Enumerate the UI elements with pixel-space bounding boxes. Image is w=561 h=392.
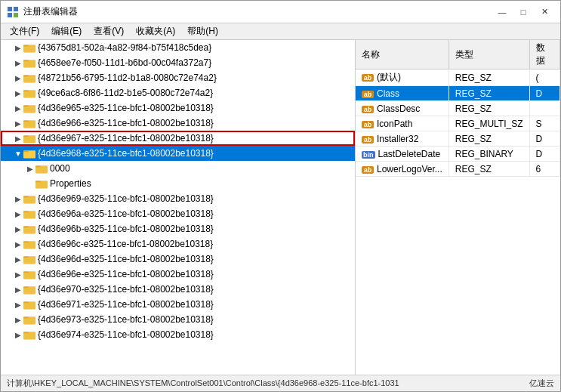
tree-expand-arrow[interactable]: ▶ <box>13 44 23 52</box>
registry-values-pane[interactable]: 名称 类型 数据 ab(默认)REG_SZ(abClassREG_SZDabCl… <box>356 40 560 375</box>
tree-expand-arrow[interactable]: ▶ <box>13 286 23 294</box>
tree-expand-arrow[interactable]: ▶ <box>13 301 23 309</box>
tree-expand-arrow[interactable]: ▶ <box>13 195 23 203</box>
svg-rect-24 <box>23 137 35 143</box>
tree-item[interactable]: ▶ {4d36e969-e325-11ce-bfc1-08002be10318} <box>1 191 355 206</box>
table-row[interactable]: binLastDeleteDateREG_BINARYD <box>356 147 560 162</box>
table-row[interactable]: abInstaller32REG_SZD <box>356 131 560 147</box>
tree-item[interactable]: ▶ 0000 <box>1 161 355 176</box>
tree-expand-arrow[interactable]: ▶ <box>13 331 23 339</box>
tree-item[interactable]: ▶ {4d36e96b-e325-11ce-bfc1-08002be10318} <box>1 221 355 236</box>
tree-item[interactable]: ▶ {4d36e971-e325-11ce-bfc1-08002be10318} <box>1 297 355 312</box>
reg-data-cell: D <box>529 131 559 147</box>
svg-rect-42 <box>23 227 35 233</box>
svg-rect-36 <box>23 197 35 203</box>
minimize-button[interactable]: — <box>492 5 512 20</box>
tree-item[interactable]: Properties <box>1 176 355 191</box>
svg-rect-57 <box>23 303 35 309</box>
col-type-header[interactable]: 类型 <box>448 40 529 69</box>
tree-item-label: {4d36e973-e325-11ce-bfc1-08002be10318} <box>38 314 214 325</box>
tree-item-label: {4d36e968-e325-11ce-bfc1-08002be10318} <box>38 148 214 159</box>
folder-icon <box>23 284 35 295</box>
tree-item[interactable]: ▶ {4d36e96c-e325-11ce-bfc1-08002be10318} <box>1 236 355 252</box>
tree-expand-arrow[interactable]: ▶ <box>13 119 23 128</box>
table-row[interactable]: abClassDescREG_SZ <box>356 101 560 116</box>
folder-icon <box>23 148 35 159</box>
menu-item-收藏夹(A)[interactable]: 收藏夹(A) <box>130 23 181 39</box>
svg-rect-21 <box>23 122 35 128</box>
svg-rect-0 <box>8 7 12 11</box>
reg-type-cell: REG_MULTI_SZ <box>448 116 529 131</box>
tree-item[interactable]: ▶ {43675d81-502a-4a82-9f84-b75f418c5dea} <box>1 40 355 55</box>
tree-item-label: {4d36e970-e325-11ce-bfc1-08002be10318} <box>38 284 214 295</box>
tree-item-label: {49ce6ac8-6f86-11d2-b1e5-0080c72e74a2} <box>38 88 213 98</box>
svg-rect-15 <box>23 91 35 97</box>
tree-item[interactable]: ▶ {4d36e965-e325-11ce-bfc1-08002be10318} <box>1 100 355 116</box>
close-button[interactable]: ✕ <box>535 5 554 20</box>
tree-item[interactable]: ▶ {4d36e96d-e325-11ce-bfc1-08002be10318} <box>1 252 355 267</box>
tree-item[interactable]: ▶ {4d36e96a-e325-11ce-bfc1-08002be10318} <box>1 206 355 221</box>
maximize-button[interactable]: □ <box>513 5 533 20</box>
svg-rect-3 <box>14 13 18 17</box>
tree-expand-arrow[interactable]: ▶ <box>13 316 23 324</box>
tree-item-label: 0000 <box>50 163 70 174</box>
folder-icon <box>23 57 35 68</box>
reg-name-cell: abInstaller32 <box>356 131 448 147</box>
svg-rect-6 <box>23 46 35 52</box>
tree-item-label: {4d36e965-e325-11ce-bfc1-08002be10318} <box>38 103 214 113</box>
folder-icon <box>23 269 35 279</box>
status-bar: 计算机\HKEY_LOCAL_MACHINE\SYSTEM\ControlSet… <box>1 375 560 391</box>
tree-item[interactable]: ▶ {48721b56-6795-11d2-b1a8-0080c72e74a2} <box>1 70 355 85</box>
registry-tree-pane[interactable]: ▶ {43675d81-502a-4a82-9f84-b75f418c5dea}… <box>1 40 356 375</box>
tree-item[interactable]: ▶ {4d36e970-e325-11ce-bfc1-08002be10318} <box>1 282 355 297</box>
reg-type-cell: REG_BINARY <box>448 147 529 162</box>
tree-expand-arrow[interactable]: ▶ <box>13 104 23 113</box>
svg-rect-45 <box>23 242 35 248</box>
tree-item[interactable]: ▶ {4d36e966-e325-11ce-bfc1-08002be10318} <box>1 116 355 131</box>
tree-item[interactable]: ▼ {4d36e968-e325-11ce-bfc1-08002be10318} <box>1 146 355 161</box>
tree-item-label: {4d36e96e-e325-11ce-bfc1-08002be10318} <box>38 269 214 279</box>
folder-icon <box>23 42 35 53</box>
menu-bar: 文件(F)编辑(E)查看(V)收藏夹(A)帮助(H) <box>1 23 560 40</box>
tree-item[interactable]: ▶ {4d36e974-e325-11ce-bfc1-08002be10318} <box>1 327 355 342</box>
tree-item[interactable]: ▶ {4d36e967-e325-11ce-bfc1-08002be10318} <box>1 131 355 146</box>
menu-item-编辑(E)[interactable]: 编辑(E) <box>45 23 88 39</box>
reg-type-cell: REG_SZ <box>448 131 529 147</box>
svg-rect-60 <box>23 318 35 324</box>
tree-expand-arrow[interactable]: ▶ <box>13 89 23 97</box>
tree-item[interactable]: ▶ {4d36e96e-e325-11ce-bfc1-08002be10318} <box>1 267 355 282</box>
svg-rect-30 <box>35 167 48 173</box>
table-row[interactable]: abClassREG_SZD <box>356 86 560 101</box>
tree-item-label: {4d36e969-e325-11ce-bfc1-08002be10318} <box>38 193 214 204</box>
tree-expand-arrow[interactable]: ▶ <box>13 74 23 82</box>
tree-expand-arrow[interactable]: ▶ <box>13 210 23 218</box>
tree-expand-arrow[interactable]: ▶ <box>13 59 23 67</box>
tree-expand-arrow[interactable]: ▶ <box>13 134 23 143</box>
menu-item-帮助(H)[interactable]: 帮助(H) <box>181 23 224 39</box>
tree-item-label: {4d36e971-e325-11ce-bfc1-08002be10318} <box>38 299 214 310</box>
tree-expand-arrow[interactable]: ▶ <box>13 270 23 279</box>
svg-rect-48 <box>23 258 35 264</box>
menu-item-文件(F)[interactable]: 文件(F) <box>4 23 45 39</box>
tree-expand-arrow[interactable]: ▶ <box>13 225 23 233</box>
tree-item[interactable]: ▶ {49ce6ac8-6f86-11d2-b1e5-0080c72e74a2} <box>1 85 355 100</box>
tree-expand-arrow[interactable]: ▶ <box>13 240 23 248</box>
tree-item[interactable]: ▶ {4658ee7e-f050-11d1-b6bd-00c04fa372a7} <box>1 55 355 70</box>
col-name-header[interactable]: 名称 <box>356 40 448 69</box>
reg-name-cell: abLowerLogoVer... <box>356 162 448 177</box>
reg-name-cell: ab(默认) <box>356 69 448 86</box>
col-data-header[interactable]: 数据 <box>529 40 559 69</box>
tree-expand-arrow[interactable]: ▶ <box>13 255 23 264</box>
reg-type-cell: REG_SZ <box>448 69 529 86</box>
svg-rect-1 <box>14 7 18 11</box>
folder-icon <box>23 133 35 144</box>
table-row[interactable]: ab(默认)REG_SZ( <box>356 69 560 86</box>
table-row[interactable]: abLowerLogoVer...REG_SZ6 <box>356 162 560 177</box>
reg-name-cell: abClassDesc <box>356 101 448 116</box>
menu-item-查看(V)[interactable]: 查看(V) <box>88 23 130 39</box>
reg-name-cell: abIconPath <box>356 116 448 131</box>
tree-item[interactable]: ▶ {4d36e973-e325-11ce-bfc1-08002be10318} <box>1 312 355 327</box>
table-row[interactable]: abIconPathREG_MULTI_SZS <box>356 116 560 131</box>
tree-expand-arrow[interactable]: ▶ <box>25 165 35 173</box>
tree-expand-arrow[interactable]: ▼ <box>13 150 23 158</box>
